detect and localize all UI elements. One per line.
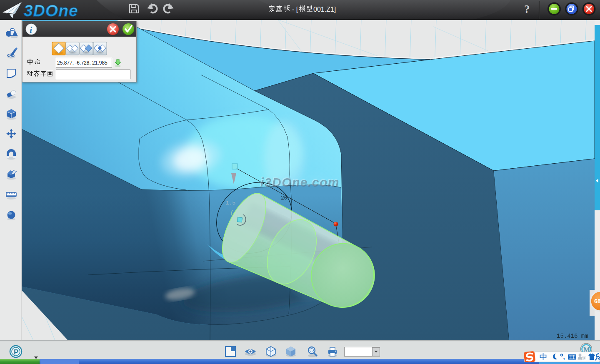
svg-text:?: ? [524, 3, 530, 15]
svg-text:,: , [563, 353, 565, 360]
svg-text:001.Z1]: 001.Z1] [313, 6, 336, 13]
svg-text:3DOne: 3DOne [24, 2, 78, 20]
svg-text:i3DOne.com: i3DOne.com [260, 175, 340, 189]
svg-text:20: 20 [281, 195, 288, 201]
svg-text:P: P [14, 348, 18, 356]
svg-text:15.416 mm: 15.416 mm [557, 333, 588, 339]
svg-text:68: 68 [594, 298, 600, 304]
svg-text:- [: - [ [292, 6, 298, 13]
svg-text:25.877, -6.728, 21.985: 25.877, -6.728, 21.985 [57, 60, 108, 66]
svg-text:14: 14 [582, 357, 586, 360]
svg-text:i: i [30, 25, 32, 35]
svg-text:1.5: 1.5 [226, 200, 235, 206]
